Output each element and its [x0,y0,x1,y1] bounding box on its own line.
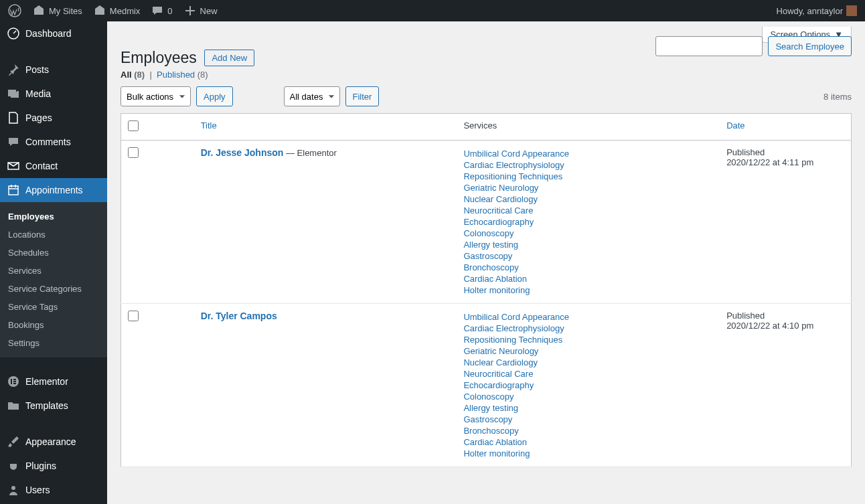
service-link[interactable]: Geriatric Neurology [463,346,538,356]
sidebar-contact[interactable]: Contact [0,154,107,178]
submenu-bookings[interactable]: Bookings [0,316,107,334]
admin-topbar: My Sites Medmix 0 New Howdy, anntaylor [0,0,865,21]
site-name[interactable]: Medmix [93,4,141,17]
col-date[interactable]: Date [726,120,744,131]
sidebar-plugins[interactable]: Plugins [0,454,107,478]
row-title-suffix: — Elementor [283,148,336,158]
service-link[interactable]: Bronchoscopy [463,262,518,272]
submenu-service-tags[interactable]: Service Tags [0,298,107,316]
page-icon [7,111,20,124]
col-title[interactable]: Title [201,120,217,131]
bulk-actions-select[interactable]: Bulk actions [121,86,191,106]
my-sites[interactable]: My Sites [32,4,82,17]
admin-sidebar: Dashboard Posts Media Pages Comments Con… [0,21,107,504]
svg-rect-3 [9,186,18,195]
service-link[interactable]: Bronchoscopy [463,426,518,436]
svg-rect-6 [13,379,16,380]
svg-rect-5 [11,379,12,384]
service-link[interactable]: Geriatric Neurology [463,183,538,193]
apply-button[interactable]: Apply [196,86,233,106]
sidebar-media[interactable]: Media [0,82,107,106]
service-link[interactable]: Allergy testing [463,403,518,413]
row-title-link[interactable]: Dr. Tyler Campos [201,311,277,321]
submenu-schedules[interactable]: Schedules [0,244,107,262]
filter-all[interactable]: All (8) [121,70,145,80]
user-icon [7,483,20,497]
service-link[interactable]: Colonoscopy [463,392,514,402]
sidebar-elementor[interactable]: Elementor [0,369,107,394]
main-content: Screen Options▼ Employees Add New Search… [107,21,865,504]
service-link[interactable]: Neurocritical Care [463,205,533,216]
filter-button[interactable]: Filter [345,86,380,106]
wp-logo[interactable] [8,4,21,17]
sidebar-appearance[interactable]: Appearance [0,430,107,454]
elementor-icon [7,375,20,388]
sidebar-templates[interactable]: Templates [0,394,107,418]
col-services: Services [457,114,720,141]
service-link[interactable]: Gastroscopy [463,251,512,261]
svg-point-9 [11,486,15,490]
svg-rect-7 [13,381,16,382]
select-all-checkbox[interactable] [128,120,139,131]
page-title: Employees [121,43,197,70]
row-date: 2020/12/22 at 4:11 pm [726,157,844,167]
appointments-submenu: Employees Locations Schedules Services S… [0,202,107,357]
sidebar-appointments[interactable]: Appointments [0,178,107,202]
service-link[interactable]: Gastroscopy [463,414,512,424]
add-new-button[interactable]: Add New [204,50,254,66]
service-link[interactable]: Repositioning Techniques [463,335,562,345]
dashboard-icon [7,27,20,40]
service-link[interactable]: Repositioning Techniques [463,171,562,181]
service-link[interactable]: Neurocritical Care [463,369,533,379]
items-count: 8 items [823,92,852,102]
submenu-settings[interactable]: Settings [0,334,107,352]
service-link[interactable]: Echocardiography [463,380,534,390]
comments-count[interactable]: 0 [151,4,172,17]
service-link[interactable]: Nuclear Cardiology [463,194,538,204]
sidebar-dashboard[interactable]: Dashboard [0,21,107,46]
service-link[interactable]: Allergy testing [463,240,518,250]
pin-icon [7,63,20,76]
sidebar-users[interactable]: Users [0,478,107,502]
sidebar-comments[interactable]: Comments [0,130,107,154]
calendar-icon [7,183,20,197]
comment-icon [7,135,20,149]
search-button[interactable]: Search Employee [768,36,852,56]
service-link[interactable]: Cardiac Ablation [463,274,527,284]
submenu-locations[interactable]: Locations [0,226,107,244]
employees-table: Title Services Date Dr. Jesse Johnson — … [121,113,852,467]
service-link[interactable]: Cardiac Electrophysiology [463,160,564,170]
row-title-link[interactable]: Dr. Jesse Johnson [201,147,284,158]
service-link[interactable]: Umbilical Cord Appearance [463,149,569,159]
plug-icon [7,459,20,473]
filter-published[interactable]: Published (8) [157,70,208,80]
service-link[interactable]: Nuclear Cardiology [463,357,538,367]
sidebar-posts[interactable]: Posts [0,58,107,82]
status-filters: All (8) | Published (8) [121,70,852,80]
service-link[interactable]: Colonoscopy [463,228,514,238]
row-status: Published [726,311,844,321]
new-content[interactable]: New [183,4,218,17]
howdy-user[interactable]: Howdy, anntaylor [777,5,857,16]
date-filter-select[interactable]: All dates [284,86,340,106]
submenu-service-categories[interactable]: Service Categories [0,280,107,298]
service-link[interactable]: Echocardiography [463,217,534,227]
table-row: Dr. Tyler CamposUmbilical Cord Appearanc… [121,304,852,467]
row-date: 2020/12/22 at 4:10 pm [726,321,844,331]
submenu-employees[interactable]: Employees [0,207,107,226]
search-input[interactable] [655,36,763,56]
folder-icon [7,399,20,412]
row-checkbox[interactable] [128,311,139,321]
media-icon [7,87,20,100]
svg-rect-8 [13,383,16,384]
service-link[interactable]: Holter monitoring [463,285,530,295]
service-link[interactable]: Cardiac Ablation [463,437,527,447]
sidebar-pages[interactable]: Pages [0,106,107,130]
table-row: Dr. Jesse Johnson — ElementorUmbilical C… [121,141,852,304]
service-link[interactable]: Holter monitoring [463,448,530,458]
row-checkbox[interactable] [128,147,139,158]
submenu-services[interactable]: Services [0,262,107,280]
row-status: Published [726,147,844,157]
service-link[interactable]: Cardiac Electrophysiology [463,323,564,333]
service-link[interactable]: Umbilical Cord Appearance [463,312,569,322]
